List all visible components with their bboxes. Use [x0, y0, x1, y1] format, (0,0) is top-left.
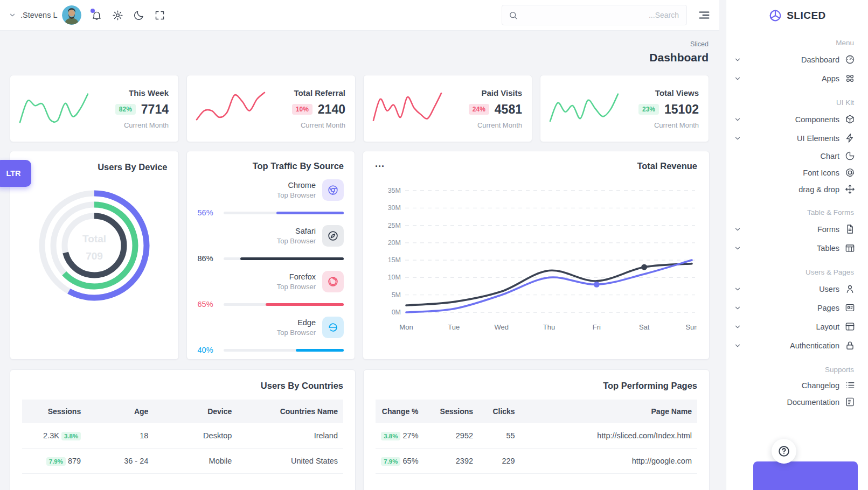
sidebar-item-components[interactable]: Components [734, 110, 855, 129]
sidebar-item-layout[interactable]: Layout [734, 317, 855, 336]
chevron-down-icon [734, 116, 741, 123]
svg-text:25M: 25M [388, 222, 401, 229]
browser-sub: Top Browser [277, 283, 316, 291]
sidebar-item-apps[interactable]: Apps [734, 69, 855, 88]
sidebar-item-chart[interactable]: Chart [734, 148, 855, 164]
chevron-down-icon [9, 11, 16, 19]
top-performing-pages-card: Top Performing Pages Change % Sessions C… [363, 369, 710, 490]
avatar[interactable] [62, 5, 81, 25]
traffic-percent: 56% [198, 208, 217, 217]
id-card-icon [845, 303, 855, 313]
charts-row: Users By Device Total709 Top Traffic By … [10, 151, 710, 360]
column-header: Device [154, 400, 237, 423]
svg-text:Total: Total [82, 233, 106, 244]
table-row[interactable]: 2.3K 3.8% 18 Desktop Ireland [22, 423, 343, 449]
stat-value: 2140 [318, 102, 345, 117]
page-content: Sliced Dashboard This Week 82% 7714 Curr… [0, 31, 719, 490]
sidebar-item-label: Components [795, 115, 839, 124]
stat-value: 7714 [141, 102, 169, 117]
moon-icon[interactable] [133, 10, 144, 21]
ltr-toggle-button[interactable]: LTR [0, 160, 31, 187]
fullscreen-icon[interactable] [154, 10, 165, 21]
stat-badge: 82% [115, 104, 136, 115]
apps-icon [845, 73, 855, 83]
sidebar-item-label: Forms [817, 225, 839, 234]
chevron-down-icon [734, 135, 741, 142]
card-title: Users By Countries [22, 381, 343, 391]
sparkline-chart [369, 85, 446, 132]
table-row[interactable]: 7.9% 65% 2392 229 http://google.com [376, 449, 697, 474]
file-text-icon [845, 224, 855, 234]
gear-icon[interactable] [112, 10, 123, 21]
card-title: Top Traffic By Source [198, 161, 344, 171]
search-box [502, 5, 687, 25]
sidebar-section-label: Table & Forms [734, 208, 854, 216]
tables-row: Users By Countries Sessions Age Device C… [10, 369, 710, 490]
sparkline-chart [192, 85, 269, 132]
stat-cards-row: This Week 82% 7714 Current Month Total R… [10, 75, 710, 142]
traffic-item-chrome: Chrome Top Browser 56% [198, 179, 344, 217]
search-icon [509, 11, 518, 20]
column-header: Sessions [424, 400, 478, 423]
zap-icon [845, 133, 855, 143]
sidebar-item-ui-elements[interactable]: UI Elements [734, 129, 855, 148]
browser-sub: Top Browser [277, 191, 316, 199]
total-revenue-card: ... Total Revenue 0M5M10M15M20M25M30M35M… [363, 151, 710, 360]
stat-title: Paid Visits [469, 88, 522, 97]
chevron-down-icon [734, 285, 741, 293]
sidebar-section-label: Supports [734, 366, 854, 374]
notification-dot [91, 9, 95, 13]
stat-card-total-referral: Total Referral 10% 2140 Current Month [186, 75, 356, 142]
stat-badge: 10% [292, 104, 313, 115]
table-row[interactable]: 7.9% 879 36 - 24 Mobile United States [22, 449, 343, 474]
search-input[interactable] [522, 10, 680, 20]
help-button[interactable] [772, 439, 796, 464]
svg-text:0M: 0M [392, 309, 401, 316]
sidebar-item-users[interactable]: Users [734, 279, 855, 298]
svg-text:Sat: Sat [639, 323, 650, 331]
sidebar-item-drag-drop[interactable]: drag & drop [734, 181, 855, 198]
menu-icon[interactable] [698, 9, 711, 22]
sidebar-item-dashboard[interactable]: Dashboard [734, 50, 855, 69]
brand-logo[interactable]: SLICED [726, 0, 868, 31]
chevron-down-icon [734, 226, 741, 233]
card-options-button[interactable]: ... [375, 161, 385, 166]
stat-caption: Current Month [115, 121, 169, 129]
sidebar-item-label: Layout [816, 323, 839, 331]
sidebar-item-changelog[interactable]: Changelog [734, 377, 855, 394]
sidebar-item-font-icons[interactable]: Font Icons [734, 164, 855, 181]
svg-text:20M: 20M [388, 239, 401, 247]
sidebar-item-label: Apps [822, 74, 839, 83]
traffic-item-edge: Edge Top Browser 40% [198, 317, 344, 354]
sidebar-item-authentication[interactable]: Authentication [734, 336, 855, 355]
bell-icon[interactable] [91, 10, 102, 21]
svg-text:709: 709 [86, 250, 103, 262]
column-header: Sessions [22, 400, 86, 423]
stat-card-paid-visits: Paid Visits 24% 4581 Current Month [363, 75, 532, 142]
list-icon [845, 380, 855, 390]
layout-icon [845, 321, 855, 332]
sidebar-section-label: UI Kit [734, 99, 854, 107]
sidebar-item-label: UI Elements [797, 134, 839, 143]
sidebar-item-documentation[interactable]: Documentation [734, 394, 855, 410]
progress-bar [224, 303, 344, 306]
sidebar-section-label: Users & Pages [734, 268, 854, 276]
stat-title: This Week [115, 88, 169, 97]
table-row[interactable]: 3.8% 27% 2952 55 http://sliced.com/Index… [376, 423, 697, 449]
user-menu[interactable]: .Stevens L [9, 5, 81, 25]
sidebar-item-tables[interactable]: Tables [734, 239, 855, 257]
chevron-down-icon [734, 342, 741, 349]
lock-icon [845, 340, 855, 351]
traffic-percent: 40% [198, 346, 217, 354]
countries-table: Sessions Age Device Countries Name 2.3K … [22, 400, 343, 474]
stat-badge: 23% [638, 104, 659, 115]
sidebar-item-forms[interactable]: Forms [734, 220, 855, 239]
sidebar-item-pages[interactable]: Pages [734, 298, 855, 317]
change-badge: 7.9% [46, 457, 66, 466]
column-header: Page Name [520, 400, 697, 423]
user-icon [845, 284, 855, 294]
page-url: http://google.com [520, 449, 697, 474]
buy-now-button[interactable] [753, 461, 858, 490]
progress-bar [224, 349, 344, 352]
column-header: Age [86, 400, 154, 423]
